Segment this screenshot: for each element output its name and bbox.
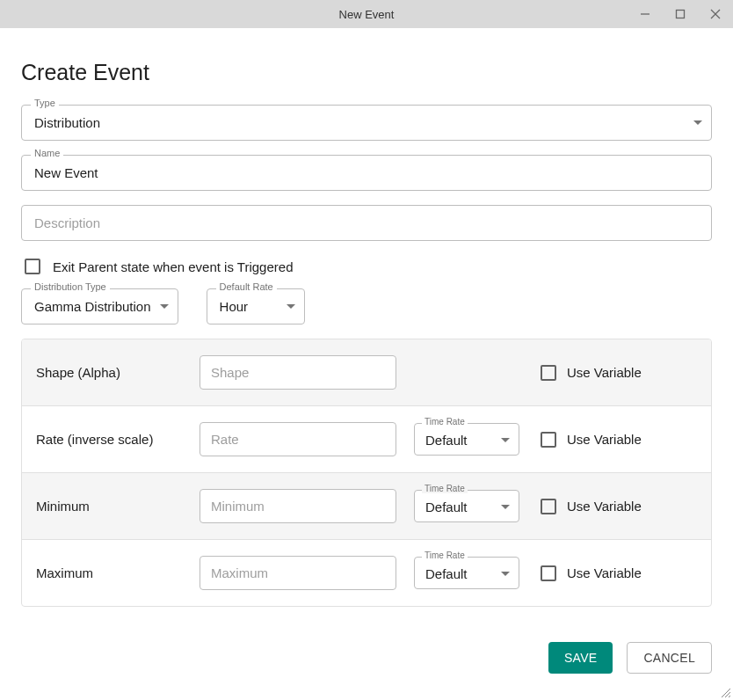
- name-field-wrap: Name: [21, 155, 712, 191]
- param-row: Rate (inverse scale)Time RateDefaultUse …: [22, 405, 711, 472]
- window-title: New Event: [339, 8, 395, 21]
- page-title: Create Event: [21, 60, 712, 85]
- minimize-icon: [640, 9, 650, 19]
- minimize-button[interactable]: [628, 0, 663, 28]
- param-rate-cell: Time RateDefault: [410, 557, 526, 589]
- chevron-down-icon: [501, 572, 510, 576]
- param-label: Maximum: [36, 565, 185, 580]
- time-rate-value: Default: [425, 433, 468, 448]
- close-icon: [710, 9, 721, 19]
- distribution-type-label: Distribution Type: [31, 282, 110, 292]
- param-row: Shape (Alpha)Use Variable: [22, 339, 711, 405]
- use-variable-label: Use Variable: [567, 432, 642, 447]
- dialog-actions: SAVE CANCEL: [21, 642, 712, 674]
- use-variable-checkbox[interactable]: [541, 432, 556, 448]
- use-variable-checkbox[interactable]: [541, 499, 556, 514]
- time-rate-value: Default: [425, 499, 468, 514]
- time-rate-select[interactable]: Time RateDefault: [414, 490, 519, 522]
- chevron-down-icon: [693, 120, 702, 125]
- param-input-wrap: [200, 556, 396, 590]
- time-rate-label: Time Rate: [422, 485, 468, 493]
- use-variable-checkbox[interactable]: [541, 365, 556, 381]
- window-titlebar: New Event: [0, 0, 733, 28]
- chevron-down-icon: [501, 438, 510, 442]
- default-rate-value: Hour: [220, 299, 249, 314]
- exit-parent-row: Exit Parent state when event is Triggere…: [21, 255, 712, 288]
- use-variable-checkbox[interactable]: [541, 565, 556, 581]
- param-rate-cell: Time RateDefault: [410, 490, 526, 522]
- time-rate-label: Time Rate: [422, 418, 468, 427]
- time-rate-select[interactable]: Time RateDefault: [414, 557, 519, 589]
- time-rate-select[interactable]: Time RateDefault: [414, 423, 519, 456]
- param-label: Shape (Alpha): [36, 365, 185, 380]
- use-variable-cell: Use Variable: [541, 565, 699, 581]
- param-rate-cell: Time RateDefault: [410, 423, 526, 456]
- time-rate-value: Default: [425, 566, 468, 581]
- param-label: Rate (inverse scale): [36, 432, 185, 447]
- name-input[interactable]: [22, 156, 711, 190]
- maximize-icon: [675, 9, 686, 19]
- chevron-down-icon: [160, 304, 169, 309]
- description-input[interactable]: [22, 206, 711, 240]
- param-input[interactable]: [200, 355, 396, 390]
- default-rate-label: Default Rate: [216, 282, 277, 292]
- type-value: Distribution: [34, 115, 100, 130]
- window-controls: [628, 0, 733, 28]
- chevron-down-icon: [501, 505, 510, 509]
- use-variable-label: Use Variable: [567, 565, 642, 580]
- time-rate-label: Time Rate: [422, 551, 468, 560]
- exit-parent-label: Exit Parent state when event is Triggere…: [53, 259, 293, 274]
- use-variable-label: Use Variable: [567, 365, 642, 380]
- parameter-table: Shape (Alpha)Use VariableRate (inverse s…: [21, 339, 712, 607]
- svg-rect-1: [677, 11, 685, 18]
- cancel-button[interactable]: CANCEL: [627, 642, 712, 674]
- param-input-wrap: [200, 355, 396, 390]
- distribution-config-row: Distribution Type Gamma Distribution Def…: [21, 288, 712, 324]
- param-row: MaximumTime RateDefaultUse Variable: [22, 539, 711, 606]
- param-input[interactable]: [200, 556, 396, 590]
- name-label: Name: [31, 149, 63, 158]
- resize-handle[interactable]: [719, 686, 731, 698]
- default-rate-select[interactable]: Default Rate Hour: [207, 288, 305, 324]
- param-input[interactable]: [200, 489, 396, 523]
- param-label: Minimum: [36, 499, 185, 514]
- chevron-down-icon: [287, 304, 295, 309]
- dialog-content: Create Event Type Distribution Name Exit…: [0, 28, 733, 695]
- param-row: MinimumTime RateDefaultUse Variable: [22, 472, 711, 539]
- svg-line-6: [729, 696, 730, 697]
- distribution-type-value: Gamma Distribution: [34, 299, 151, 314]
- use-variable-cell: Use Variable: [541, 365, 699, 381]
- param-input-wrap: [200, 422, 396, 456]
- use-variable-cell: Use Variable: [541, 432, 699, 448]
- distribution-type-select[interactable]: Distribution Type Gamma Distribution: [21, 288, 178, 324]
- type-label: Type: [31, 98, 59, 108]
- maximize-button[interactable]: [663, 0, 698, 28]
- use-variable-cell: Use Variable: [541, 499, 699, 514]
- close-button[interactable]: [698, 0, 733, 28]
- use-variable-label: Use Variable: [567, 499, 642, 514]
- save-button[interactable]: SAVE: [548, 642, 613, 674]
- exit-parent-checkbox[interactable]: [25, 259, 40, 274]
- resize-icon: [719, 686, 731, 698]
- type-select[interactable]: Type Distribution: [21, 105, 712, 141]
- param-input[interactable]: [200, 422, 396, 456]
- description-field-wrap: [21, 205, 712, 241]
- param-input-wrap: [200, 489, 396, 523]
